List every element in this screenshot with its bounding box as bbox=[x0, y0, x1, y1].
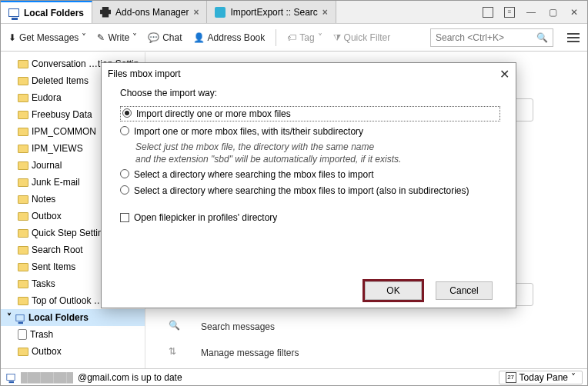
maximize-button[interactable]: ▢ bbox=[543, 5, 563, 20]
folder-label: Search Root bbox=[32, 245, 83, 255]
folder-label: Junk E-mail bbox=[32, 177, 80, 188]
folder-icon bbox=[18, 212, 28, 221]
screen-icon bbox=[6, 374, 15, 381]
folder-icon bbox=[18, 161, 28, 170]
folder-label: Trash bbox=[30, 329, 53, 340]
menu-button[interactable] bbox=[564, 33, 583, 42]
tag-label: Tag bbox=[299, 32, 314, 43]
minimize-button[interactable]: — bbox=[521, 5, 541, 20]
checkbox-label: Open filepicker in profiles' directory bbox=[134, 212, 277, 223]
option-hint: and the extension "sbd" will be automati… bbox=[135, 154, 500, 165]
account-local-folders[interactable]: ˅ Local Folders bbox=[1, 309, 145, 326]
cancel-label: Cancel bbox=[449, 285, 478, 296]
get-messages-button[interactable]: ⬇ Get Messages ˅ bbox=[5, 31, 89, 45]
radio-icon bbox=[122, 108, 132, 118]
folder-icon bbox=[18, 348, 28, 356]
write-label: Write bbox=[108, 32, 129, 43]
folder-label: Freebusy Data bbox=[32, 109, 92, 120]
checkbox-icon bbox=[120, 213, 129, 222]
tab-local-folders[interactable]: Local Folders bbox=[1, 1, 92, 23]
status-text: @gmail.com is up to date bbox=[78, 372, 182, 383]
folder-label: Tasks bbox=[32, 278, 55, 289]
tab-importexport[interactable]: ImportExport :: Searc × bbox=[207, 1, 336, 23]
cancel-button[interactable]: Cancel bbox=[436, 281, 493, 300]
trash-icon bbox=[18, 329, 27, 340]
status-bar: ████████ @gmail.com is up to date 27 Tod… bbox=[1, 368, 587, 385]
radio-icon bbox=[120, 126, 129, 135]
folder-outbox[interactable]: Outbox bbox=[1, 343, 145, 360]
import-dialog: Files mbox import ✕ Choose the import wa… bbox=[101, 62, 516, 308]
close-window-button[interactable]: ✕ bbox=[564, 5, 584, 20]
radio-option-direct[interactable]: Import directly one or more mbox files bbox=[120, 106, 500, 121]
tasks-icon[interactable]: ≡ bbox=[499, 5, 520, 20]
folder-label: IPM_COMMON bbox=[32, 126, 96, 137]
folder-icon bbox=[18, 297, 28, 305]
calendar-icon: 27 bbox=[506, 372, 516, 383]
search-box[interactable]: 🔍 bbox=[430, 28, 553, 47]
dialog-close-button[interactable]: ✕ bbox=[499, 67, 509, 82]
close-icon[interactable]: × bbox=[322, 7, 328, 18]
chat-button[interactable]: 💬 Chat bbox=[145, 31, 185, 45]
option-label: Import directly one or more mbox files bbox=[136, 108, 291, 120]
folder-trash[interactable]: Trash bbox=[1, 326, 145, 343]
filters-icon: ⇅ bbox=[169, 346, 182, 360]
radio-option-subdir[interactable]: Import one or more mbox files, with its/… bbox=[120, 125, 500, 138]
folder-icon bbox=[18, 263, 28, 271]
address-book-label: Address Book bbox=[208, 32, 266, 43]
calendar-icon[interactable] bbox=[478, 5, 498, 20]
toolbar-separator bbox=[276, 29, 276, 46]
ok-label: OK bbox=[386, 285, 399, 296]
today-pane-label: Today Pane bbox=[520, 372, 568, 383]
option-hint: Select just the mbox file, the directory… bbox=[135, 141, 500, 152]
folder-label: Journal bbox=[32, 160, 62, 171]
folder-icon bbox=[18, 77, 28, 85]
folder-label: Quick Step Settin bbox=[32, 228, 103, 238]
radio-option-dirsearch[interactable]: Select a directory where searching the m… bbox=[120, 168, 500, 181]
window-buttons: ≡ — ▢ ✕ bbox=[478, 1, 587, 23]
folder-icon bbox=[18, 178, 28, 187]
ok-button[interactable]: OK bbox=[365, 281, 422, 300]
action-manage-filters[interactable]: ⇅ Manage message filters bbox=[169, 346, 299, 360]
checkbox-filepicker-profiles[interactable]: Open filepicker in profiles' directory bbox=[120, 212, 500, 223]
folder-icon bbox=[18, 60, 28, 68]
status-account: ████████ bbox=[21, 372, 73, 383]
dialog-prompt: Choose the import way: bbox=[120, 88, 500, 98]
folder-label: Top of Outlook … bbox=[32, 295, 103, 306]
tab-addons[interactable]: Add-ons Manager × bbox=[92, 1, 207, 23]
thunderbird-icon bbox=[215, 7, 226, 18]
search-input[interactable] bbox=[436, 32, 536, 43]
radio-option-dirsearch-sub[interactable]: Select a directory where searching the m… bbox=[120, 185, 500, 197]
tab-label: ImportExport :: Searc bbox=[230, 7, 317, 18]
folder-icon bbox=[18, 246, 28, 255]
tab-label: Add-ons Manager bbox=[115, 7, 189, 18]
folder-label: Outbox bbox=[32, 346, 62, 357]
tag-button[interactable]: 🏷 Tag ˅ bbox=[284, 31, 325, 45]
search-icon: 🔍 bbox=[169, 320, 182, 334]
screen-icon bbox=[15, 314, 24, 321]
today-pane-button[interactable]: 27 Today Pane ˅ bbox=[499, 371, 583, 384]
action-label: Manage message filters bbox=[201, 348, 299, 358]
tab-label: Local Folders bbox=[24, 8, 84, 18]
dialog-body: Choose the import way: Import directly o… bbox=[102, 85, 516, 274]
folder-label: Outbox bbox=[32, 211, 62, 221]
write-button[interactable]: ✎ Write ˅ bbox=[94, 31, 140, 45]
dialog-titlebar: Files mbox import ✕ bbox=[102, 63, 516, 85]
folder-label: Deleted Items bbox=[32, 75, 89, 86]
chat-label: Chat bbox=[162, 32, 182, 43]
close-icon[interactable]: × bbox=[193, 7, 199, 18]
address-book-button[interactable]: 👤 Address Book bbox=[190, 31, 269, 45]
folder-icon bbox=[18, 145, 28, 153]
account-label: Local Folders bbox=[28, 312, 89, 323]
folder-icon bbox=[18, 280, 28, 288]
dialog-title: Files mbox import bbox=[108, 68, 181, 79]
option-label: Import one or more mbox files, with its/… bbox=[134, 125, 363, 138]
quick-filter-label: Quick Filter bbox=[344, 32, 391, 43]
option-label: Select a directory where searching the m… bbox=[134, 185, 469, 197]
tab-bar: Local Folders Add-ons Manager × ImportEx… bbox=[1, 1, 587, 24]
folder-label: Eudora bbox=[32, 92, 62, 103]
quick-filter-button[interactable]: ⧩ Quick Filter bbox=[330, 31, 394, 45]
main-toolbar: ⬇ Get Messages ˅ ✎ Write ˅ 💬 Chat 👤 Addr… bbox=[1, 24, 587, 52]
action-search-messages[interactable]: 🔍 Search messages bbox=[169, 320, 275, 334]
radio-icon bbox=[120, 185, 129, 195]
folder-icon bbox=[18, 195, 28, 204]
